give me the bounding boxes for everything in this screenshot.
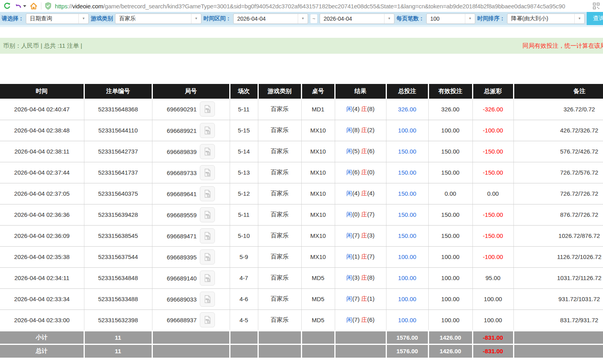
round-number: 696689733 [167,169,197,176]
home-icon[interactable] [29,2,38,10]
table-row: 2026-04-04 02:36:36523315639428696689559… [0,204,603,225]
video-file-icon [203,126,212,135]
cell-remark: 1031.72/1126.72 [513,267,603,288]
cell-total-bet[interactable]: 100.00 [386,120,428,141]
cell-total-bet[interactable]: 150.00 [386,183,428,204]
cell-valid-bet: 100.00 [428,309,472,331]
url-path: /game/betrecord_search/kind3?GameType=30… [103,3,565,10]
cell-total-bet[interactable]: 150.00 [386,225,428,246]
banker-result-label: 庄 [361,127,367,133]
banker-result-score: (7) [367,253,375,260]
player-result-score: (7) [352,295,359,302]
round-number: 696689839 [167,148,197,155]
url-bar[interactable]: https://videoie.com/game/betrecord_searc… [55,3,589,10]
footer-valid-bet: 1426.00 [428,344,472,358]
cell-time: 2026-04-04 02:38:11 [0,141,84,162]
cell-time: 2026-04-04 02:33:34 [0,288,84,309]
cell-session: 5-9 [230,246,258,267]
footer-total-bet: 1576.00 [386,344,428,358]
cell-total-bet[interactable]: 326.00 [386,99,428,120]
time-sort-select[interactable]: 降幂(由大到小) ▼ [507,14,585,24]
game-type-select[interactable]: 百家乐 ▼ [115,14,201,24]
video-replay-button[interactable] [200,228,215,243]
refresh-icon[interactable] [3,2,11,10]
cell-total-bet[interactable]: 100.00 [386,288,428,309]
cell-time: 2026-04-04 02:36:36 [0,204,84,225]
cell-total-bet[interactable]: 100.00 [386,309,428,331]
table-header-cell: 有效投注 [428,84,472,99]
cell-total-payout: -150.00 [472,141,513,162]
cell-result: 闲(7) 庄(3) [335,225,386,246]
cell-total-bet[interactable]: 150.00 [386,204,428,225]
cell-remark: 726.72/726.72 [513,183,603,204]
cell-remark: 726.72/576.72 [513,162,603,183]
footer-empty-session [230,331,258,344]
qr-code-icon[interactable] [593,2,600,10]
banker-result-score: (4) [367,190,375,197]
cell-total-payout: 0.00 [472,183,513,204]
video-replay-button[interactable] [200,186,215,201]
player-result-label: 闲 [346,232,352,239]
cell-result: 闲(5) 庄(6) [335,141,386,162]
page-size-select[interactable]: 100 ▼ [426,14,475,24]
chevron-down-icon: ▼ [465,14,475,23]
video-replay-button[interactable] [200,101,215,117]
chevron-down-icon: ▼ [298,14,308,23]
cell-result: 闲(6) 庄(0) [335,162,386,183]
cell-result: 闲(7) 庄(6) [335,309,386,331]
video-replay-button[interactable] [200,123,215,138]
date-to-input[interactable]: 2026-04-04 ▼ [320,14,394,24]
player-result-label: 闲 [346,169,352,175]
cell-total-bet[interactable]: 100.00 [386,246,428,267]
back-icon[interactable] [14,2,26,10]
cell-session: 4-6 [230,288,258,309]
date-from-input[interactable]: 2026-04-04 ▼ [233,14,308,24]
search-button[interactable]: 查询 [587,12,603,25]
table-row: 2026-04-04 02:37:44523315641737696689733… [0,162,603,183]
cell-remark: 1126.72/1026.72 [513,246,603,267]
video-replay-button[interactable] [200,292,215,307]
game-type-label: 游戏类别 [91,15,113,22]
table-footer: 小计111576.001426.00-831.00总计111576.001426… [0,331,603,358]
video-replay-button[interactable] [200,207,215,222]
cell-time: 2026-04-04 02:34:11 [0,267,84,288]
table-row: 2026-04-04 02:40:47523315648368696690291… [0,99,603,120]
bet-records-table: 时间注单编号局号场次游戏类别桌号结果总投注有效投注总派彩备注 2026-04-0… [0,84,603,358]
cell-result: 闲(4) 庄(8) [335,99,386,120]
cell-total-bet[interactable]: 100.00 [386,267,428,288]
footer-empty-game [258,344,301,358]
video-replay-button[interactable] [200,249,215,265]
cell-total-bet[interactable]: 150.00 [386,141,428,162]
security-shield-icon[interactable] [45,2,52,10]
chevron-down-icon: ▼ [574,14,584,23]
cell-valid-bet: 100.00 [428,120,472,141]
player-result-score: (3) [352,274,359,281]
cell-table-id: MX10 [301,162,335,183]
player-result-score: (4) [352,190,359,197]
back-history-caret-icon[interactable] [23,5,26,7]
table-header-cell: 时间 [0,84,84,99]
cell-total-bet[interactable]: 150.00 [386,162,428,183]
time-sort-label: 时间排序： [477,15,505,22]
video-replay-button[interactable] [200,271,215,286]
banker-result-score: (6) [367,148,375,154]
video-replay-button[interactable] [200,165,215,180]
cell-time: 2026-04-04 02:36:09 [0,225,84,246]
video-replay-button[interactable] [200,312,215,327]
video-replay-button[interactable] [200,144,215,159]
game-type-value: 百家乐 [119,15,136,22]
cell-total-payout: -326.00 [472,99,513,120]
cell-round-id: 696690291 [152,99,230,120]
table-header-cell: 游戏类别 [258,84,301,99]
player-result-label: 闲 [346,253,352,260]
query-type-select[interactable]: 日期查询 ▼ [26,14,89,24]
summary-notice: 同局有效投注，统一计算在该局第 [523,42,603,50]
cell-bet-id: 523315634848 [84,267,152,288]
video-file-icon [203,274,212,282]
cell-game-type: 百家乐 [258,225,301,246]
footer-empty-table [301,344,335,358]
video-file-icon [203,253,212,261]
cell-session: 4-5 [230,309,258,331]
cell-round-id: 696689395 [152,246,230,267]
video-file-icon [203,105,212,113]
